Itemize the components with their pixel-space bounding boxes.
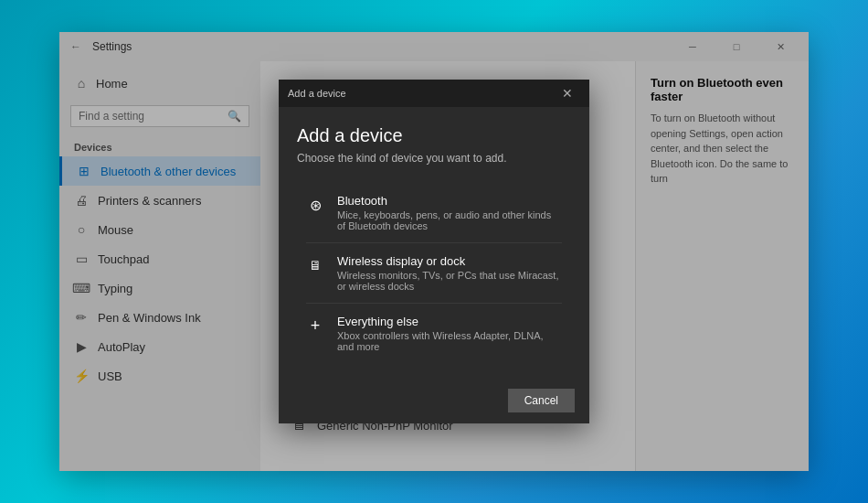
modal-wireless-icon: 🖥 (306, 256, 324, 274)
modal-bluetooth-text: Bluetooth Mice, keyboards, pens, or audi… (337, 194, 562, 231)
modal-close-button[interactable]: ✕ (555, 80, 580, 106)
modal-everything-text: Everything else Xbox controllers with Wi… (337, 315, 562, 352)
modal-option-everything[interactable]: + Everything else Xbox controllers with … (297, 304, 571, 363)
modal-option-wireless[interactable]: 🖥 Wireless display or dock Wireless moni… (297, 243, 571, 303)
modal-bluetooth-title: Bluetooth (337, 194, 562, 208)
modal-body: Add a device Choose the kind of device y… (279, 107, 589, 378)
settings-window: ← Settings ─ □ ✕ ⌂ Home 🔍 (59, 32, 809, 471)
modal-titlebar: Add a device ✕ (279, 80, 589, 107)
modal-bluetooth-desc: Mice, keyboards, pens, or audio and othe… (337, 209, 562, 231)
add-device-modal: Add a device ✕ Add a device Choose the k… (279, 80, 589, 423)
modal-option-bluetooth[interactable]: ⊛ Bluetooth Mice, keyboards, pens, or au… (297, 183, 571, 242)
modal-overlay: Add a device ✕ Add a device Choose the k… (59, 61, 809, 471)
modal-subtitle: Choose the kind of device you want to ad… (297, 152, 571, 165)
modal-title: Add a device (297, 125, 571, 146)
modal-titlebar-label: Add a device (288, 88, 346, 99)
modal-bluetooth-icon: ⊛ (306, 196, 324, 214)
modal-everything-title: Everything else (337, 315, 562, 328)
modal-wireless-title: Wireless display or dock (337, 254, 562, 268)
modal-everything-icon: + (306, 316, 324, 335)
modal-wireless-desc: Wireless monitors, TVs, or PCs that use … (337, 270, 562, 292)
modal-footer: Cancel (279, 378, 589, 423)
content-area: ⌂ Home 🔍 Devices ⊞ Bluetooth & other dev… (59, 61, 809, 471)
modal-everything-desc: Xbox controllers with Wireless Adapter, … (337, 330, 562, 352)
modal-wireless-text: Wireless display or dock Wireless monito… (337, 254, 562, 292)
cancel-button[interactable]: Cancel (508, 389, 575, 412)
